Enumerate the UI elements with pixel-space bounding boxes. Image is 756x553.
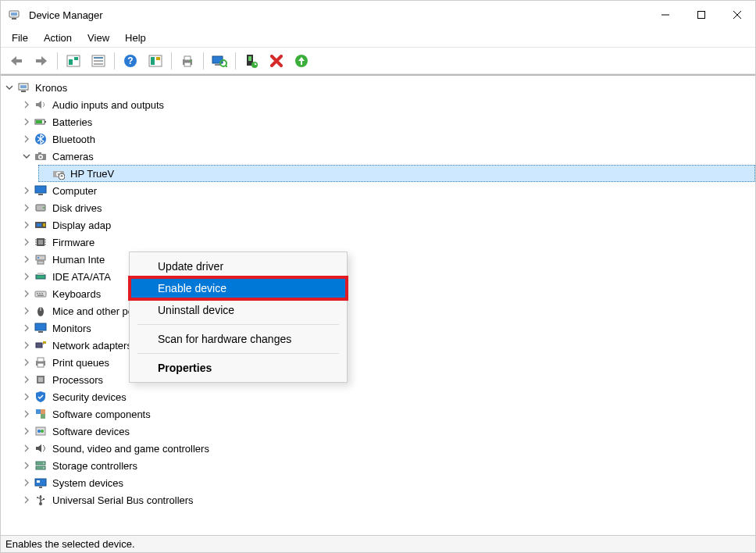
menu-file[interactable]: File — [4, 30, 36, 45]
tree-node-label: Universal Serial Bus controllers — [52, 494, 194, 506]
tree-node-label: Sound, video and game controllers — [52, 443, 209, 455]
minimize-button[interactable] — [647, 1, 683, 29]
svg-rect-84 — [38, 377, 43, 382]
chevron-down-icon[interactable] — [21, 151, 32, 162]
chevron-right-icon[interactable] — [21, 288, 32, 299]
svg-rect-87 — [41, 409, 45, 414]
chevron-right-icon[interactable] — [21, 116, 32, 127]
menu-action[interactable]: Action — [36, 30, 80, 45]
tree-leaf[interactable]: HP TrueV — [38, 165, 755, 182]
tree-node[interactable]: Bluetooth — [21, 130, 755, 148]
svg-rect-76 — [38, 331, 43, 333]
usb-icon — [34, 493, 48, 507]
chevron-right-icon[interactable] — [21, 305, 32, 316]
tree-node[interactable]: Disk drives — [21, 199, 755, 216]
menu-view[interactable]: View — [80, 30, 117, 45]
tree-node[interactable]: Software devices — [21, 423, 755, 440]
device-tree[interactable]: Kronos Audio inputs and outputsBatteries… — [1, 74, 755, 535]
svg-rect-4 — [698, 12, 705, 19]
tree-node-label: Security devices — [52, 391, 127, 403]
toolbar-back-button[interactable] — [5, 50, 27, 72]
svg-rect-13 — [94, 57, 103, 59]
context-menu-item[interactable]: Properties — [130, 357, 347, 379]
chevron-right-icon[interactable] — [21, 202, 32, 213]
tree-node[interactable]: Software components — [21, 405, 755, 423]
close-button[interactable] — [719, 1, 755, 29]
chevron-right-icon[interactable] — [21, 271, 32, 282]
app-icon — [7, 8, 21, 22]
speaker-icon — [34, 98, 48, 112]
computer-icon — [16, 80, 30, 95]
chevron-right-icon[interactable] — [21, 340, 32, 351]
software-comp-icon — [34, 407, 48, 421]
toolbar-separator — [57, 52, 58, 70]
toolbar-forward-button[interactable] — [30, 50, 52, 72]
svg-rect-10 — [69, 59, 73, 65]
chevron-right-icon[interactable] — [21, 134, 32, 144]
svg-rect-103 — [43, 498, 45, 500]
toolbar-properties-button[interactable] — [87, 50, 109, 72]
tree-node[interactable]: System devices — [21, 474, 755, 491]
toolbar-show-hidden-button[interactable] — [62, 50, 84, 72]
svg-rect-86 — [41, 414, 45, 419]
svg-point-65 — [37, 257, 39, 259]
chevron-right-icon[interactable] — [21, 409, 32, 419]
svg-rect-69 — [37, 293, 38, 294]
chevron-right-icon[interactable] — [21, 443, 32, 454]
chevron-right-icon[interactable] — [21, 426, 32, 437]
cpu-icon — [34, 373, 48, 387]
tree-node[interactable]: Computer — [21, 182, 755, 199]
disk-icon — [34, 201, 48, 215]
context-menu-item[interactable]: Enable device — [130, 277, 347, 299]
chevron-right-icon[interactable] — [21, 219, 32, 230]
chevron-right-icon[interactable] — [21, 254, 32, 265]
toolbar-action-panel-button[interactable] — [144, 50, 166, 72]
tree-node[interactable]: Sound, video and game controllers — [21, 440, 755, 457]
chevron-right-icon[interactable] — [21, 460, 32, 471]
context-menu-item[interactable]: Scan for hardware changes — [130, 328, 347, 350]
chevron-right-icon[interactable] — [21, 237, 32, 248]
tree-node[interactable]: Firmware — [21, 234, 755, 251]
svg-point-42 — [40, 156, 42, 159]
tree-root[interactable]: Kronos — [4, 79, 755, 96]
chevron-right-icon[interactable] — [21, 99, 32, 110]
chevron-down-icon[interactable] — [4, 82, 15, 93]
svg-rect-75 — [35, 323, 46, 330]
toolbar-separator — [171, 52, 172, 70]
tree-node[interactable]: Audio inputs and outputs — [21, 96, 755, 113]
menu-help[interactable]: Help — [117, 30, 154, 45]
chevron-right-icon[interactable] — [21, 477, 32, 488]
chevron-right-icon[interactable] — [21, 391, 32, 402]
toolbar-disable-button[interactable] — [266, 50, 287, 72]
sound-icon — [34, 441, 48, 455]
toolbar-help-button[interactable]: ? — [119, 50, 141, 72]
toolbar-print-button[interactable] — [177, 50, 198, 72]
tree-node[interactable]: Cameras — [21, 148, 755, 165]
context-menu-item[interactable]: Update driver — [130, 255, 347, 277]
svg-rect-23 — [184, 62, 191, 66]
maximize-button[interactable] — [683, 1, 719, 29]
toolbar-enable-button[interactable] — [241, 50, 262, 72]
camera-disabled-icon — [52, 166, 66, 180]
chevron-right-icon[interactable] — [21, 374, 32, 385]
chevron-right-icon[interactable] — [21, 494, 32, 505]
chevron-right-icon[interactable] — [21, 357, 32, 368]
toolbar-update-driver-button[interactable] — [291, 50, 312, 72]
svg-rect-37 — [45, 121, 46, 123]
toolbar-scan-hardware-button[interactable] — [209, 50, 230, 72]
tree-node[interactable]: Storage controllers — [21, 457, 755, 474]
tree-node[interactable]: Universal Serial Bus controllers — [21, 491, 755, 508]
svg-point-94 — [43, 467, 45, 469]
chevron-right-icon[interactable] — [21, 185, 32, 196]
tree-node[interactable]: Display adap — [21, 216, 755, 234]
svg-point-102 — [37, 497, 38, 498]
toolbar-separator — [235, 52, 236, 70]
tree-node-label: Disk drives — [52, 202, 102, 214]
tree-node[interactable]: Batteries — [21, 113, 755, 130]
tree-node-label: Display adap — [52, 219, 111, 231]
battery-icon — [34, 115, 48, 129]
chevron-right-icon[interactable] — [21, 323, 32, 334]
tree-node[interactable]: Security devices — [21, 388, 755, 405]
context-menu-item[interactable]: Uninstall device — [130, 299, 347, 321]
tree-node-label: Storage controllers — [52, 460, 137, 472]
